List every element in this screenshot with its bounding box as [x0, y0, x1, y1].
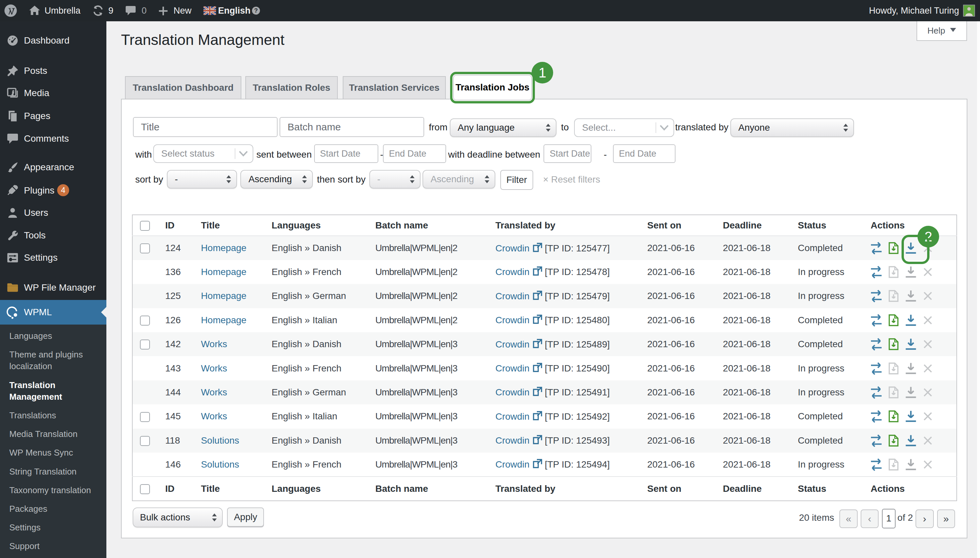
svg-text:?: ?: [254, 7, 258, 14]
